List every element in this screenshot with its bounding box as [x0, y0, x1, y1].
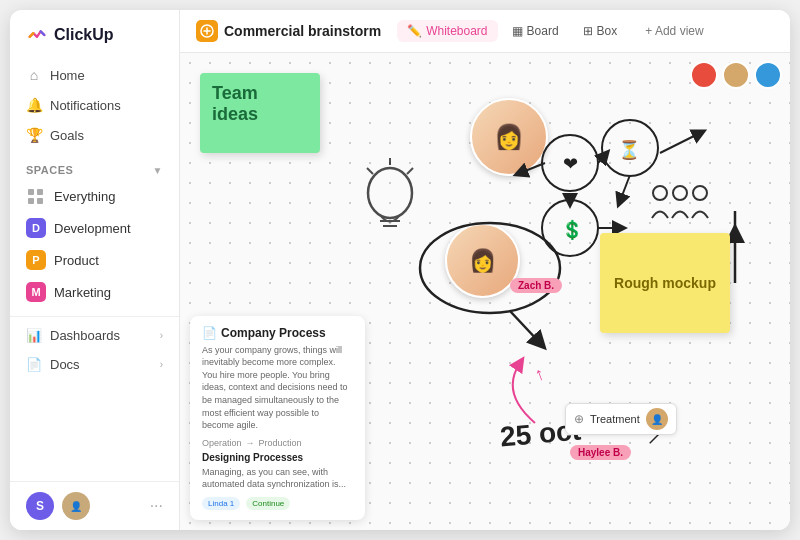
treatment-avatar: 👤 [646, 408, 668, 430]
add-view-button[interactable]: + Add view [635, 20, 713, 42]
spaces-label: Spaces [26, 164, 73, 176]
docs-icon: 📄 [26, 357, 42, 372]
docs-label: Docs [50, 357, 80, 372]
sticky-note-team-ideas[interactable]: Team ideas [200, 73, 320, 153]
sidebar-item-dashboards[interactable]: 📊 Dashboards › [10, 321, 179, 350]
svg-text:⏳: ⏳ [618, 139, 641, 161]
sidebar-item-product-label: Product [54, 253, 99, 268]
sidebar-item-marketing-label: Marketing [54, 285, 111, 300]
collaborator-avatars [690, 61, 782, 89]
cursor-arrow: ↑ [532, 363, 548, 386]
status-badge-continue: Continue [246, 497, 290, 510]
product-icon: P [26, 250, 46, 270]
sidebar-item-marketing[interactable]: M Marketing [10, 276, 179, 308]
svg-line-18 [660, 133, 700, 153]
spaces-section-header[interactable]: Spaces ▼ [10, 154, 179, 180]
marketing-icon: M [26, 282, 46, 302]
svg-point-9 [602, 120, 658, 176]
sticky-note-team-ideas-text: Team ideas [212, 83, 258, 124]
main-content: Commercial brainstorm ✏️ Whiteboard ▦ Bo… [180, 10, 790, 530]
view-tabs: ✏️ Whiteboard ▦ Board ⊞ Box + Add view [397, 20, 713, 42]
dashboards-label: Dashboards [50, 328, 120, 343]
status-badge-linda: Linda 1 [202, 497, 240, 510]
sidebar-item-notifications[interactable]: 🔔 Notifications [10, 90, 179, 120]
logo-text: ClickUp [54, 26, 114, 44]
user-avatar-photo: 👤 [62, 492, 90, 520]
everything-icon [26, 186, 46, 206]
svg-point-1 [368, 168, 412, 218]
svg-line-6 [407, 168, 413, 174]
sticky-note-rough-mockup-text: Rough mockup [614, 275, 716, 291]
box-tab-icon: ⊞ [583, 24, 593, 38]
sidebar-item-everything-label: Everything [54, 189, 115, 204]
haylee-label-text: Haylee B. [578, 447, 623, 458]
svg-point-25 [673, 186, 687, 200]
svg-point-24 [653, 186, 667, 200]
doc-icon: 📄 [202, 326, 217, 340]
tab-whiteboard[interactable]: ✏️ Whiteboard [397, 20, 497, 42]
breadcrumb-icon [196, 20, 218, 42]
clickup-logo-icon [26, 24, 48, 46]
page-title: Commercial brainstorm [224, 23, 381, 39]
treatment-card[interactable]: ⊕ Treatment 👤 [565, 403, 677, 435]
people-group-icon [650, 183, 710, 230]
whiteboard-tab-label: Whiteboard [426, 24, 487, 38]
canvas-photo-woman-top: 👩 [470, 98, 548, 176]
board-tab-label: Board [527, 24, 559, 38]
process-card[interactable]: 📄 Company Process As your company grows,… [190, 316, 365, 520]
sidebar-item-development[interactable]: D Development [10, 212, 179, 244]
svg-line-20 [510, 311, 540, 343]
lightbulb-drawing [345, 153, 435, 276]
whiteboard-tab-icon: ✏️ [407, 24, 422, 38]
collaborator-avatar-2 [722, 61, 750, 89]
treatment-label-text: Treatment [590, 413, 640, 425]
process-card-subtitle: Designing Processes [202, 452, 353, 463]
development-icon: D [26, 218, 46, 238]
svg-line-16 [620, 175, 630, 201]
user-avatar-initial: S [26, 492, 54, 520]
sidebar-item-development-label: Development [54, 221, 131, 236]
process-card-flow: Operation → Production [202, 438, 353, 448]
process-card-footer: Linda 1 Continue [202, 497, 353, 510]
collaborator-avatar-3 [754, 61, 782, 89]
goals-icon: 🏆 [26, 127, 42, 143]
collaborator-avatar-1 [690, 61, 718, 89]
svg-point-11 [542, 200, 598, 256]
tab-box[interactable]: ⊞ Box [573, 20, 628, 42]
sidebar: ClickUp ⌂ Home 🔔 Notifications 🏆 Goals S… [10, 10, 180, 530]
sidebar-item-goals-label: Goals [50, 128, 84, 143]
sidebar-item-product[interactable]: P Product [10, 244, 179, 276]
dashboards-chevron-icon: › [160, 330, 163, 341]
sidebar-item-notifications-label: Notifications [50, 98, 121, 113]
sidebar-item-everything[interactable]: Everything [10, 180, 179, 212]
sidebar-item-home[interactable]: ⌂ Home [10, 60, 179, 90]
board-tab-icon: ▦ [512, 24, 523, 38]
sticky-note-rough-mockup[interactable]: Rough mockup [600, 233, 730, 333]
process-card-title: 📄 Company Process [202, 326, 353, 340]
haylee-name-label: Haylee B. [570, 445, 631, 460]
docs-chevron-icon: › [160, 359, 163, 370]
chevron-down-icon: ▼ [153, 165, 163, 176]
sidebar-bottom: 📊 Dashboards › 📄 Docs › [10, 316, 179, 383]
toolbar: Commercial brainstorm ✏️ Whiteboard ▦ Bo… [180, 10, 790, 53]
box-tab-label: Box [597, 24, 618, 38]
sidebar-item-home-label: Home [50, 68, 85, 83]
svg-line-5 [367, 168, 373, 174]
svg-text:💲: 💲 [561, 219, 584, 241]
process-card-description: Managing, as you can see, with automated… [202, 466, 353, 491]
canvas-photo-woman-mid: 👩 [445, 223, 520, 298]
whiteboard-canvas[interactable]: Team ideas [180, 53, 790, 530]
add-view-label: + Add view [645, 24, 703, 38]
svg-text:❤: ❤ [563, 154, 578, 174]
sidebar-item-goals[interactable]: 🏆 Goals [10, 120, 179, 150]
tab-board[interactable]: ▦ Board [502, 20, 569, 42]
sidebar-footer: S 👤 ··· [10, 481, 179, 530]
treatment-move-icon: ⊕ [574, 412, 584, 426]
more-options-icon[interactable]: ··· [150, 497, 163, 515]
svg-point-26 [693, 186, 707, 200]
sidebar-nav: ⌂ Home 🔔 Notifications 🏆 Goals [10, 56, 179, 154]
zach-name-label: Zach B. [510, 278, 562, 293]
dashboards-icon: 📊 [26, 328, 42, 343]
logo: ClickUp [10, 10, 179, 56]
sidebar-item-docs[interactable]: 📄 Docs › [10, 350, 179, 379]
